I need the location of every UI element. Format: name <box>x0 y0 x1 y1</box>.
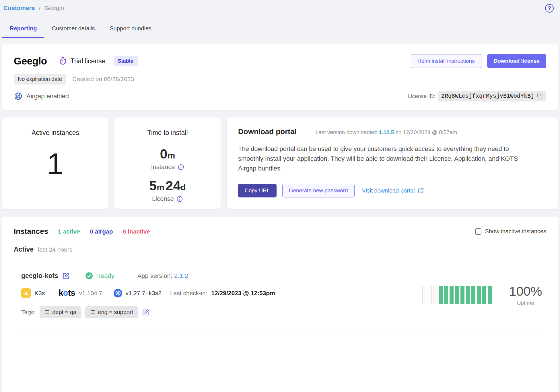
download-portal-title: Download portal <box>238 127 297 136</box>
uptime-bar-filled <box>439 286 443 304</box>
uptime-bar-filled <box>488 286 492 304</box>
tag-icon: ☰ <box>90 309 95 315</box>
license-type-label: Trial license <box>71 57 106 65</box>
license-summary-card: Geeglo Trial license Stable Helm install… <box>2 44 558 110</box>
download-portal-description: The download portal can be used to give … <box>238 144 528 173</box>
last-version-downloaded: Last version downloaded: 1.12.5 on 12/20… <box>316 129 457 136</box>
generate-new-password-button[interactable]: Generate new password <box>282 184 355 197</box>
expiration-badge: No expiration date <box>14 74 66 85</box>
uptime-bar-filled <box>471 286 475 304</box>
uptime-bar-empty <box>422 286 426 304</box>
uptime-bar-empty <box>428 286 432 304</box>
license-id-label: License ID: <box>408 93 435 99</box>
license-install-label: License <box>152 195 174 203</box>
airgap-globe-icon <box>14 92 23 101</box>
instance-info-icon[interactable] <box>178 164 184 170</box>
time-to-install-card: Time to install 0m Instance 5m 24d <box>114 117 221 209</box>
customer-reporting-page: Customers / Geeglo ? Reporting Customer … <box>0 0 560 392</box>
channel-badge: Stable <box>114 56 138 66</box>
tags-label: Tags: <box>21 309 36 316</box>
breadcrumb-separator: / <box>39 5 41 11</box>
license-install-time: 5m 24d <box>114 179 221 192</box>
show-inactive-checkbox[interactable] <box>475 228 481 235</box>
uptime-bar-filled <box>450 286 454 304</box>
kubernetes-icon: ☸ <box>114 289 122 297</box>
tab-reporting[interactable]: Reporting <box>2 21 44 38</box>
tab-support-bundles[interactable]: Support bundles <box>102 21 159 38</box>
last-version-link[interactable]: 1.12.5 <box>379 129 394 135</box>
customer-name: Geeglo <box>14 55 47 67</box>
breadcrumb-customers-link[interactable]: Customers <box>3 5 35 11</box>
kubernetes-version: v1.27.7+k3s2 <box>125 290 162 297</box>
inactive-count: 6 inactive <box>123 228 150 235</box>
created-on-text: Created on 06/28/2023 <box>72 76 134 83</box>
uptime-bar-filled <box>482 286 486 304</box>
ready-check-icon <box>85 272 93 280</box>
tag-eng-support: ☰ eng = support <box>85 306 138 318</box>
copy-url-button[interactable]: Copy URL <box>238 184 277 197</box>
instance-row: geeglo-kots <box>14 261 546 330</box>
visit-download-portal-link[interactable]: Visit download portal <box>362 187 424 194</box>
app-version-link[interactable]: 2.1.2 <box>174 272 188 279</box>
breadcrumb-current: Geeglo <box>44 5 64 11</box>
breadcrumb: Customers / Geeglo <box>2 0 558 11</box>
edit-tags-icon[interactable] <box>142 309 149 316</box>
tab-bar: Reporting Customer details Support bundl… <box>2 21 558 38</box>
distribution-label: K3s <box>34 290 45 297</box>
active-section-heading: Active <box>14 246 34 253</box>
uptime-label: Uptime <box>508 300 543 306</box>
uptime-bars <box>422 286 492 304</box>
active-count: 1 active <box>58 228 80 235</box>
kots-logo: kots <box>59 288 75 298</box>
uptime-percentage: 100% <box>508 284 543 299</box>
instance-install-time: 0m <box>114 147 221 160</box>
license-info-icon[interactable] <box>176 196 183 202</box>
app-version: App version: 2.1.2 <box>137 272 188 280</box>
active-instances-value: 1 <box>2 149 108 179</box>
airgap-enabled-label: Airgap enabled <box>26 93 69 100</box>
uptime-bar-filled <box>460 286 464 304</box>
active-instances-card: Active instances 1 <box>2 117 108 209</box>
uptime-bar-filled <box>444 286 448 304</box>
uptime-bar-filled <box>466 286 470 304</box>
k3s-icon <box>21 288 31 298</box>
copy-license-id-icon[interactable] <box>537 93 543 99</box>
tag-icon: ☰ <box>44 309 49 315</box>
instance-install-label: Instance <box>151 163 175 171</box>
time-to-install-title: Time to install <box>114 129 221 137</box>
instances-title: Instances <box>14 227 48 236</box>
uptime-bar-filled <box>455 286 459 304</box>
airgap-count: 0 airgap <box>90 228 113 235</box>
tag-dept-qa: ☰ dept = qa <box>40 306 81 318</box>
instance-name: geeglo-kots <box>21 272 58 280</box>
metrics-row: Active instances 1 Time to install 0m In… <box>2 117 558 209</box>
edit-instance-name-icon[interactable] <box>62 272 70 280</box>
show-inactive-label[interactable]: Show inactive instances <box>485 228 546 235</box>
helm-install-instructions-button[interactable]: Helm install instructions <box>411 54 481 68</box>
license-id-value-chip: 2Rq8WLcsjfxqrMysjvB1WodYkBj <box>438 91 546 101</box>
download-license-button[interactable]: Download license <box>487 54 546 68</box>
trial-timer-icon <box>59 57 67 65</box>
license-id-value: 2Rq8WLcsjfxqrMysjvB1WodYkBj <box>441 93 534 99</box>
external-link-icon <box>418 187 424 194</box>
tab-customer-details[interactable]: Customer details <box>44 21 102 38</box>
uptime-bar-empty <box>433 286 437 304</box>
help-icon[interactable]: ? <box>545 4 554 13</box>
last-checkin: Last check-in: 12/29/2023 @ 12:53pm <box>170 290 275 297</box>
download-portal-card: Download portal Last version downloaded:… <box>227 117 558 209</box>
last-checkin-value: 12/29/2023 @ 12:53pm <box>211 290 275 296</box>
instances-card: Instances 1 active 0 airgap 6 inactive S… <box>2 217 558 392</box>
uptime-bar-filled <box>477 286 481 304</box>
active-section-timeframe: last 24 hours <box>38 246 72 253</box>
active-instances-title: Active instances <box>2 129 108 137</box>
kots-version: v1.104.7 <box>79 290 102 297</box>
instance-status: Ready <box>96 272 114 280</box>
